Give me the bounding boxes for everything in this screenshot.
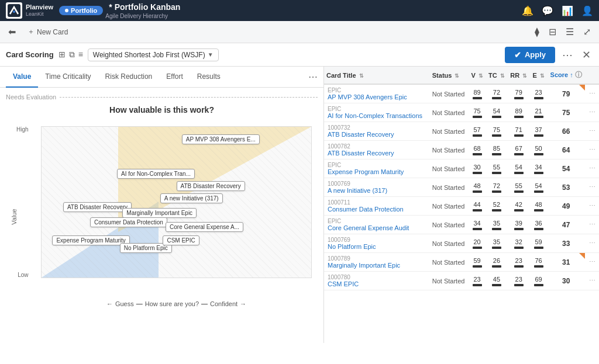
col-card-title[interactable]: Card Title ⇅	[324, 67, 430, 84]
card-icon[interactable]: ⧉	[69, 50, 75, 60]
view-icon[interactable]: ⊟	[546, 25, 559, 39]
back-icon[interactable]: ⬅	[6, 25, 18, 39]
cell-status-1: Not Started	[430, 103, 469, 122]
cell-more-3[interactable]: ⋯	[585, 141, 599, 160]
cell-e-6: 48	[530, 197, 548, 216]
cell-rr-3: 67	[507, 141, 529, 160]
info-icon[interactable]: ⓘ	[575, 71, 582, 79]
tab-value[interactable]: Value	[6, 67, 38, 88]
chart-card-5[interactable]: A new Initiative (317)	[160, 193, 223, 203]
cell-rr-5: 55	[507, 178, 529, 197]
filter-icon[interactable]: ⧫	[532, 25, 542, 39]
cell-more-4[interactable]: ⋯	[585, 160, 599, 178]
card-type-7: EPIC	[328, 218, 426, 224]
close-icon[interactable]: ✕	[580, 48, 593, 61]
table-row: EPIC AI for Non-Complex Transactions Not…	[324, 103, 599, 122]
score-value-9: 31	[562, 258, 570, 266]
cell-more-2[interactable]: ⋯	[585, 122, 599, 141]
toolbar-right: ⧫ ⊟ ☰ ⤢	[532, 25, 593, 39]
card-name-5[interactable]: A new Initiative (317)	[328, 187, 387, 194]
table-container[interactable]: Card Title ⇅ Status ⇅ V ⇅ TC ⇅ RR ⇅ E ⇅ …	[324, 67, 599, 343]
cell-v-7: 34	[469, 216, 486, 234]
page-title: * Portfolio Kanban	[109, 2, 180, 12]
card-name-10[interactable]: CSM EPIC	[328, 280, 359, 287]
tab-risk-reduction[interactable]: Risk Reduction	[98, 67, 160, 88]
card-name-3[interactable]: ATB Disaster Recovery	[328, 150, 394, 157]
cell-more-0[interactable]: ⋯	[585, 84, 599, 103]
portfolio-tab[interactable]: Portfolio	[59, 6, 103, 15]
grid-icon[interactable]: ⊞	[58, 50, 66, 60]
cell-more-1[interactable]: ⋯	[585, 103, 599, 122]
dot-v-6	[473, 209, 482, 212]
cell-more-6[interactable]: ⋯	[585, 197, 599, 216]
chart-card-1[interactable]: AI for Non-Complex Tran...	[117, 169, 195, 179]
x-axis-label: —	[136, 300, 143, 307]
method-select[interactable]: Weighted Shortest Job First (WSJF) ▼	[88, 48, 219, 61]
card-name-1[interactable]: AI for Non-Complex Transactions	[328, 112, 422, 119]
tab-dot	[65, 9, 68, 12]
cell-title-9: 1000789 Marginally Important Epic	[324, 253, 430, 272]
cell-v-9: 59	[469, 253, 486, 272]
cell-more-9[interactable]: ⋯	[585, 253, 599, 272]
top-nav: Planview LeanKit Portfolio * Portfolio K…	[0, 0, 599, 21]
cell-tc-5: 72	[486, 178, 507, 197]
card-name-9[interactable]: Marginally Important Epic	[328, 262, 400, 269]
card-name-8[interactable]: No Platform Epic	[328, 243, 376, 250]
chart-card-3[interactable]: ATB Disaster Recovery	[63, 202, 132, 212]
chart-area: Needs Evaluation How valuable is this wo…	[0, 88, 323, 343]
col-status[interactable]: Status ⇅	[430, 67, 469, 84]
cell-more-8[interactable]: ⋯	[585, 234, 599, 253]
expand-icon[interactable]: ⤢	[581, 25, 593, 39]
card-name-7[interactable]: Core General Expense Audit	[328, 224, 409, 231]
chart-card-0[interactable]: AP MVP 308 Avengers E...	[182, 134, 260, 144]
tab-effort[interactable]: Effort	[159, 67, 190, 88]
tab-results[interactable]: Results	[190, 67, 228, 88]
cell-v-8: 20	[469, 234, 486, 253]
x-left-label: Guess	[115, 300, 134, 307]
cell-more-10[interactable]: ⋯	[585, 272, 599, 290]
score-value-1: 75	[562, 109, 570, 117]
col-score[interactable]: Score ↑ ⓘ	[547, 67, 585, 84]
card-name-6[interactable]: Consumer Data Protection	[328, 206, 404, 213]
dot-rr-10	[514, 284, 524, 286]
cell-e-1: 21	[530, 103, 548, 122]
chart-card-6[interactable]: Consumer Data Protection	[90, 217, 167, 227]
card-name-4[interactable]: Expense Program Maturity	[328, 168, 404, 175]
col-e[interactable]: E ⇅	[530, 67, 548, 84]
notification-icon[interactable]: 🔔	[522, 5, 533, 16]
chart-title: How valuable is this work?	[6, 105, 318, 115]
chart-card-10[interactable]: CSM EPIC	[163, 235, 199, 245]
card-name-2[interactable]: ATB Disaster Recovery	[328, 131, 394, 138]
chart-card-7[interactable]: Core General Expense A...	[166, 222, 243, 232]
cell-tc-7: 35	[486, 216, 507, 234]
cell-more-7[interactable]: ⋯	[585, 216, 599, 234]
card-name-0[interactable]: AP MVP 308 Avengers Epic	[328, 93, 407, 100]
message-icon[interactable]: 💬	[542, 5, 553, 16]
col-tc[interactable]: TC ⇅	[486, 67, 507, 84]
user-icon[interactable]: 👤	[581, 5, 593, 16]
sort-icon-v: ⇅	[478, 73, 483, 79]
chart-icon[interactable]: 📊	[562, 5, 573, 16]
new-card-label: New Card	[37, 28, 68, 36]
score-value-5: 53	[562, 183, 570, 192]
tab-more-icon[interactable]: ⋯	[308, 71, 318, 82]
dot-tc-4	[492, 172, 501, 174]
dot-e-9	[534, 265, 543, 268]
cell-status-8: Not Started	[430, 234, 469, 253]
cell-status-4: Not Started	[430, 160, 469, 178]
new-card-button[interactable]: ＋ New Card	[23, 25, 73, 39]
chart-card-2[interactable]: ATB Disaster Recovery	[177, 181, 245, 191]
dot-tc-7	[492, 228, 501, 230]
cell-more-5[interactable]: ⋯	[585, 178, 599, 197]
chart-card-4[interactable]: Marginally Important Epic	[122, 208, 197, 218]
col-rr[interactable]: RR ⇅	[507, 67, 529, 84]
tab-time-criticality[interactable]: Time Criticality	[38, 67, 98, 88]
chart-card-8[interactable]: Expense Program Maturity	[52, 235, 129, 245]
rows-icon[interactable]: ≡	[78, 50, 83, 60]
more-options-icon[interactable]: ⋯	[560, 48, 575, 61]
col-v[interactable]: V ⇅	[469, 67, 486, 84]
apply-button[interactable]: ✔ Apply	[505, 47, 555, 63]
cell-v-4: 30	[469, 160, 486, 178]
list-icon[interactable]: ☰	[563, 25, 576, 39]
score-value-2: 66	[562, 127, 570, 136]
